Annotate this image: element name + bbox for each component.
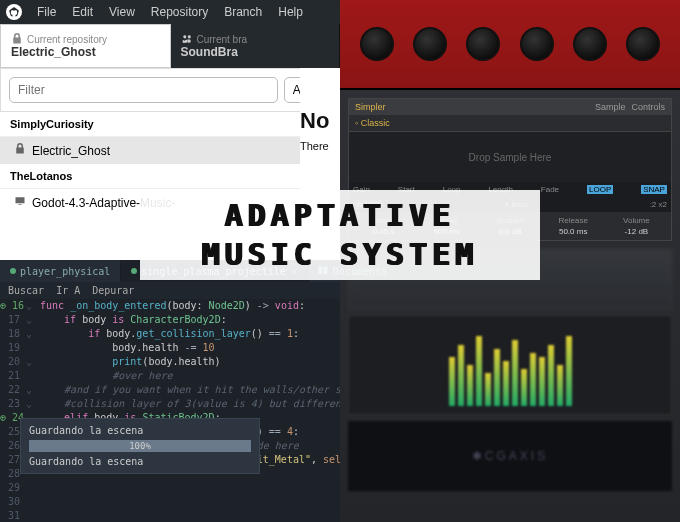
save-progress-dialog: Guardando la escena 100% Guardando la es…: [20, 418, 260, 474]
menu-view[interactable]: View: [102, 5, 142, 19]
line-number: 23: [0, 397, 26, 411]
code-line: 17 ⌄ if body is CharacterBody2D:: [0, 313, 340, 327]
fold-gutter[interactable]: ⌄: [26, 355, 40, 369]
current-repo-label: Current repository: [27, 34, 107, 45]
script-icon: [131, 268, 137, 274]
fold-gutter[interactable]: [26, 369, 40, 383]
line-number: 17: [0, 313, 26, 327]
fold-gutter[interactable]: [26, 481, 40, 495]
code-line: ⊕ 16 ⌄ func _on_body_entered(body: Node2…: [0, 299, 340, 313]
menu-branch[interactable]: Branch: [217, 5, 269, 19]
lock-icon: [14, 143, 26, 158]
repo-group-header: SimplyCuriosity: [0, 112, 340, 137]
gain-knob[interactable]: [413, 27, 447, 61]
code-body[interactable]: ⊕ 16 ⌄ func _on_body_entered(body: Node2…: [0, 299, 340, 522]
progress-subtitle: Guardando la escena: [29, 456, 251, 467]
code-line: 21 #over here: [0, 369, 340, 383]
line-number: ⊕ 16: [0, 299, 26, 313]
gain-knob[interactable]: [573, 27, 607, 61]
gain-knob[interactable]: [626, 27, 660, 61]
branch-icon: [181, 33, 193, 45]
repo-item[interactable]: Electric_Ghost: [0, 137, 340, 164]
menu-edit[interactable]: Edit: [65, 5, 100, 19]
mode-selector[interactable]: ◦ Classic: [349, 115, 671, 132]
menu-buscar[interactable]: Buscar: [8, 285, 44, 296]
line-number: 20: [0, 355, 26, 369]
lock-icon: [11, 33, 23, 45]
param-loop[interactable]: LOOP: [587, 185, 613, 194]
script-icon: [10, 268, 16, 274]
line-number: 18: [0, 327, 26, 341]
current-branch-name: SoundBra: [181, 45, 330, 59]
repo-picker-toolbar: Add ▾: [0, 68, 340, 112]
param-snap[interactable]: SNAP: [641, 185, 667, 194]
env-value[interactable]: 50.0 ms: [543, 227, 604, 236]
progress-title: Guardando la escena: [29, 425, 251, 436]
code-line: 29: [0, 481, 340, 495]
menu-repository[interactable]: Repository: [144, 5, 215, 19]
env-value[interactable]: -12 dB: [606, 227, 667, 236]
line-number: 19: [0, 341, 26, 355]
code-line: 23 ⌄ #collision layer of 3(value is 4) b…: [0, 397, 340, 411]
sample-drop-zone[interactable]: Drop Sample Here: [349, 132, 671, 182]
current-repo-name: Electric_Ghost: [11, 45, 160, 59]
fold-gutter[interactable]: ⌄: [26, 299, 40, 313]
menubar: FileEditViewRepositoryBranchHelp: [0, 0, 340, 24]
current-branch-dropdown[interactable]: Current bra SoundBra: [171, 24, 341, 68]
overlay-title: ADAPTATIVE MUSIC SYSTEM: [140, 190, 540, 280]
desktop-icon: [14, 195, 26, 210]
env-label: Volume: [606, 216, 667, 225]
fold-gutter[interactable]: ⌄: [26, 383, 40, 397]
gain-knob[interactable]: [520, 27, 554, 61]
code-line: 31: [0, 509, 340, 522]
audio-interface-hardware: [340, 0, 680, 90]
cgaxis-brand: ✱ CGAXIS: [348, 421, 672, 491]
line-number: 30: [0, 495, 26, 509]
line-number: 22: [0, 383, 26, 397]
fold-gutter[interactable]: ⌄: [26, 327, 40, 341]
fold-gutter[interactable]: [26, 509, 40, 522]
header: Current repository Electric_Ghost Curren…: [0, 24, 340, 68]
filter-input[interactable]: [9, 77, 278, 103]
gain-knob[interactable]: [466, 27, 500, 61]
code-line: 19 body.health -= 10: [0, 341, 340, 355]
github-logo-icon: [6, 4, 22, 20]
tab-player-physical[interactable]: player_physical: [0, 260, 121, 282]
progress-bar: 100%: [29, 440, 251, 452]
tab-controls[interactable]: Controls: [631, 102, 665, 112]
code-line: 22 ⌄ #and if you want when it hit the wa…: [0, 383, 340, 397]
line-number: 21: [0, 369, 26, 383]
fold-gutter[interactable]: [26, 341, 40, 355]
repo-name: Electric_Ghost: [32, 144, 110, 158]
line-number: 31: [0, 509, 26, 522]
current-branch-label: Current bra: [197, 34, 248, 45]
code-line: 18 ⌄ if body.get_collision_layer() == 1:: [0, 327, 340, 341]
fold-gutter[interactable]: ⌄: [26, 397, 40, 411]
mixer-meters: [348, 315, 672, 415]
line-number: 29: [0, 481, 26, 495]
fold-gutter[interactable]: ⌄: [26, 313, 40, 327]
current-repo-dropdown[interactable]: Current repository Electric_Ghost: [0, 24, 171, 68]
code-line: 30: [0, 495, 340, 509]
menu-depurar[interactable]: Depurar: [92, 285, 134, 296]
repo-group-header: TheLotanos: [0, 164, 340, 189]
code-editor: player_physical single_plasma_projectile…: [0, 260, 340, 522]
menu-help[interactable]: Help: [271, 5, 310, 19]
editor-menu: Buscar Ir A Depurar: [0, 282, 340, 299]
code-line: 20 ⌄ print(body.health): [0, 355, 340, 369]
menu-file[interactable]: File: [30, 5, 63, 19]
gain-knob[interactable]: [360, 27, 394, 61]
menu-ira[interactable]: Ir A: [56, 285, 80, 296]
tab-sample[interactable]: Sample: [595, 102, 626, 112]
param-fade[interactable]: Fade: [541, 185, 559, 194]
device-title: Simpler: [355, 102, 386, 112]
fold-gutter[interactable]: [26, 495, 40, 509]
env-label: Release: [543, 216, 604, 225]
